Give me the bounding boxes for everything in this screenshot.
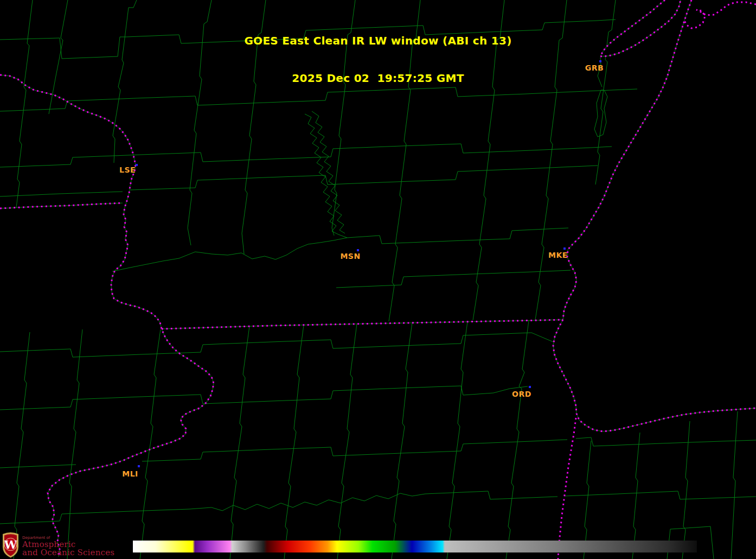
county-line [0,386,528,410]
county-line [14,332,30,559]
county-line [336,270,571,288]
station-dot-mke [563,247,566,250]
county-line [0,144,612,167]
county-line [392,323,412,559]
station-label-ord: ORD [512,390,531,398]
logo-line-2: and Oceanic Sciences [22,549,114,557]
county-line [447,322,467,559]
county-line [0,465,76,468]
station-label-mke: MKE [548,251,568,259]
station-dot-ord [529,386,531,388]
ir-temperature-colorbar [133,541,697,552]
svg-text:W: W [4,538,17,551]
county-line [731,411,738,559]
county-line [284,325,304,559]
mississippi-river-border [0,75,214,557]
county-line [67,329,82,559]
station-label-lse: LSE [119,166,136,174]
river-line [0,491,558,524]
river-line [112,238,347,271]
county-line [576,437,756,446]
county-line [347,228,568,244]
mississippi-river-green [0,75,214,557]
county-line [682,421,690,559]
county-line [506,321,529,559]
image-title: GOES East Clean IR LW window (ABI ch 13)… [0,10,756,97]
station-dot-mli [138,465,140,467]
county-line [140,329,161,559]
county-line [337,324,357,559]
il-in-border [558,418,576,559]
station-dot-lse [136,164,138,166]
station-label-mli: MLI [122,469,138,478]
county-line [130,166,598,190]
title-line-2: 2025 Dec 02 19:57:25 GMT [0,72,756,85]
county-line [142,440,567,461]
uw-crest-icon: W [1,531,20,558]
county-line [564,491,756,499]
title-line-1: GOES East Clean IR LW window (ABI ch 13) [0,35,756,47]
station-label-msn: MSN [340,252,360,261]
station-dot-msn [357,249,359,251]
uw-aos-logo: W Department of Atmospheric and Oceanic … [1,531,114,558]
goes-ir-satellite-viewer: { "title": { "line1": "GOES East Clean I… [0,0,756,559]
county-line [230,326,249,559]
county-line [0,333,553,357]
